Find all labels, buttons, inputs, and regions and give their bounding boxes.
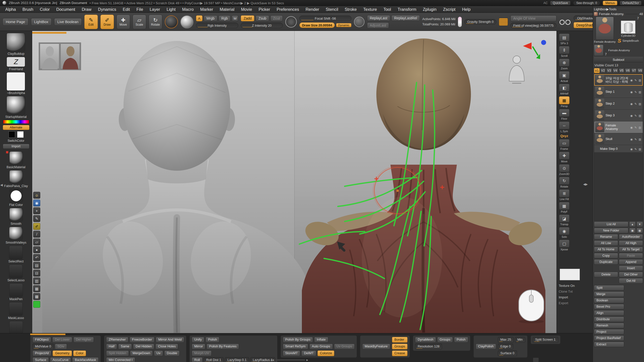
- panel-button[interactable]: Surface 0: [498, 350, 517, 356]
- panel-button[interactable]: Split Screen 1: [533, 337, 558, 343]
- rotate-button[interactable]: ↻ Rotate: [558, 177, 571, 188]
- menu-item[interactable]: Movie: [238, 7, 255, 12]
- eraser-icon[interactable]: ▱: [33, 239, 40, 245]
- menu-item[interactable]: Zscript: [440, 7, 459, 12]
- draw-button[interactable]: ✐ Draw: [100, 15, 114, 29]
- subtool-action-button[interactable]: Remesh: [594, 323, 624, 328]
- menu-item[interactable]: Picker: [255, 7, 273, 12]
- subtool-action-button[interactable]: Delete: [594, 272, 618, 277]
- replay-last-rel-button[interactable]: ReplayLastRel: [391, 15, 420, 21]
- subtool-version-tab[interactable]: V6: [625, 68, 631, 73]
- menu-item[interactable]: Light: [163, 7, 179, 12]
- subtool-action-button[interactable]: Del Other: [619, 272, 643, 277]
- subtool-action-button[interactable]: Align: [594, 310, 624, 316]
- panel-button[interactable]: DynaMesh: [415, 337, 436, 343]
- panel-button[interactable]: MidValue 0: [32, 344, 54, 349]
- subtool-action-button[interactable]: Insert: [619, 265, 643, 271]
- subtool-action-button[interactable]: All Low: [594, 240, 618, 246]
- transp-button[interactable]: ◪ Transp: [558, 214, 571, 226]
- spix-button[interactable]: ▤ SPix 3: [558, 33, 571, 45]
- subtool-action-button[interactable]: Rename: [594, 234, 618, 240]
- panel-button[interactable]: Min: [515, 337, 525, 343]
- live-boolean-button[interactable]: Live Boolean: [54, 18, 82, 26]
- move-down-button[interactable]: [636, 221, 643, 227]
- material-slot[interactable]: MaskLasso: [8, 302, 24, 320]
- panel-button[interactable]: Max 25: [498, 337, 514, 343]
- panel-button[interactable]: Double: [164, 350, 180, 356]
- grid-icon[interactable]: ▦: [33, 285, 40, 292]
- panel-button[interactable]: Colorize: [317, 350, 335, 356]
- mrgb-button[interactable]: Mrgb: [204, 15, 217, 21]
- qxyz-toggle[interactable]: Qxyz: [558, 134, 571, 138]
- z-intensity-slider[interactable]: Z Intensity 20: [241, 23, 283, 28]
- subtool-row[interactable]: Step 2: [594, 98, 643, 110]
- subtool-action-button[interactable]: All To Home: [594, 247, 618, 252]
- panel-button[interactable]: Close Holes: [155, 344, 178, 349]
- canvas-scrollbar[interactable]: [270, 359, 308, 361]
- subtool-row[interactable]: Female Anatomy: [594, 121, 643, 133]
- corner-icon[interactable]: [533, 357, 539, 362]
- folder-icon-button[interactable]: [629, 228, 636, 233]
- angle-of-view-button[interactable]: Angle Of View: [510, 15, 556, 21]
- picker-icon[interactable]: ⌖: [33, 207, 40, 214]
- panel-button[interactable]: SDiv: [55, 344, 67, 349]
- floor-button[interactable]: ▬ Floor: [558, 109, 571, 120]
- panel-button[interactable]: Color: [73, 350, 86, 356]
- new-folder-button[interactable]: New Folder: [594, 228, 628, 233]
- move-button[interactable]: ✚ Move: [558, 152, 571, 163]
- subtool-action-button[interactable]: Merge: [594, 291, 624, 297]
- see-through-slider[interactable]: See-through: 0: [573, 1, 600, 5]
- panel-button[interactable]: MergeDown: [130, 350, 153, 356]
- panel-button[interactable]: BackfaceMask: [72, 357, 99, 362]
- menu-item[interactable]: Marker: [197, 7, 216, 12]
- zcut-button[interactable]: Zcut: [270, 15, 283, 21]
- subtool-section-header[interactable]: Subtool: [594, 57, 643, 62]
- texture-palette-item[interactable]: Clone Txt: [559, 290, 575, 293]
- subtool-action-button[interactable]: Copy: [594, 253, 618, 258]
- material-slot[interactable]: FabioPaiva_Clay: [4, 170, 28, 188]
- subtool-action-button[interactable]: Split: [594, 285, 624, 291]
- menu-item[interactable]: Layer: [146, 7, 163, 12]
- subtool-action-button[interactable]: Paste: [619, 253, 643, 258]
- m-button[interactable]: M: [232, 15, 238, 21]
- focal-shift-slider[interactable]: Focal Shift -56: [299, 16, 351, 21]
- scroll-right-icon[interactable]: [306, 359, 308, 361]
- fov-slider[interactable]: Field of view(deg) 39.59775: [510, 23, 556, 28]
- eye-icon[interactable]: ◉: [33, 200, 40, 206]
- panel-button[interactable]: Morph UV: [192, 350, 212, 356]
- dot-icon[interactable]: ●: [33, 246, 40, 253]
- panel-button[interactable]: ProjectAll: [32, 350, 51, 356]
- panel-button[interactable]: Auto Groups: [309, 344, 333, 349]
- panel-button[interactable]: Border: [392, 337, 408, 343]
- menu-item[interactable]: Dynamics: [95, 7, 119, 12]
- panel-button[interactable]: Uv: [154, 350, 163, 356]
- light-bulb-icon[interactable]: ☼: [33, 192, 40, 199]
- panel-button[interactable]: Geometry: [53, 350, 72, 356]
- scroll-left-icon[interactable]: [270, 359, 274, 361]
- subtool-row-icons[interactable]: [630, 147, 642, 151]
- panel-button[interactable]: Mirror: [192, 344, 205, 349]
- persp-button[interactable]: ▦ Persp: [558, 96, 571, 108]
- panel-button[interactable]: AccuCurve: [50, 357, 71, 362]
- subtool-row[interactable]: 10일 여성 2단계 바디 각상 - 하체: [594, 74, 643, 86]
- subtool-version-tab[interactable]: V5: [619, 68, 625, 73]
- tool-thumbnail-cylinder3d[interactable]: [621, 21, 635, 34]
- subtool-action-button[interactable]: Project: [594, 329, 624, 335]
- brush-slot[interactable]: FreeHand: [7, 57, 25, 71]
- maskbyfeature-button[interactable]: MaskByFeature: [362, 344, 390, 349]
- subtool-row-icons[interactable]: [630, 78, 642, 82]
- switch-color-button[interactable]: SwitchColor: [8, 139, 24, 143]
- panel-button[interactable]: Groups: [437, 337, 453, 343]
- subtool-action-button[interactable]: Extract: [594, 342, 624, 347]
- scrollbar-track[interactable]: [275, 359, 305, 361]
- scroll-button[interactable]: ⇕ Scroll: [558, 46, 571, 57]
- dynamic-toggle[interactable]: Dynamic: [336, 23, 351, 27]
- panel-button[interactable]: ZRemesher: [106, 337, 128, 343]
- polyf-button[interactable]: ▦ PolyF: [558, 202, 571, 213]
- zsub-button[interactable]: Zsub: [256, 15, 269, 21]
- texture-palette-item[interactable]: Import: [559, 295, 575, 299]
- panel-button[interactable]: Same: [118, 344, 132, 349]
- edit-button[interactable]: ✎ Edit: [84, 15, 98, 29]
- rgb-a-toggle[interactable]: A: [196, 15, 203, 21]
- subtool-row[interactable]: Make Step 0: [594, 145, 643, 153]
